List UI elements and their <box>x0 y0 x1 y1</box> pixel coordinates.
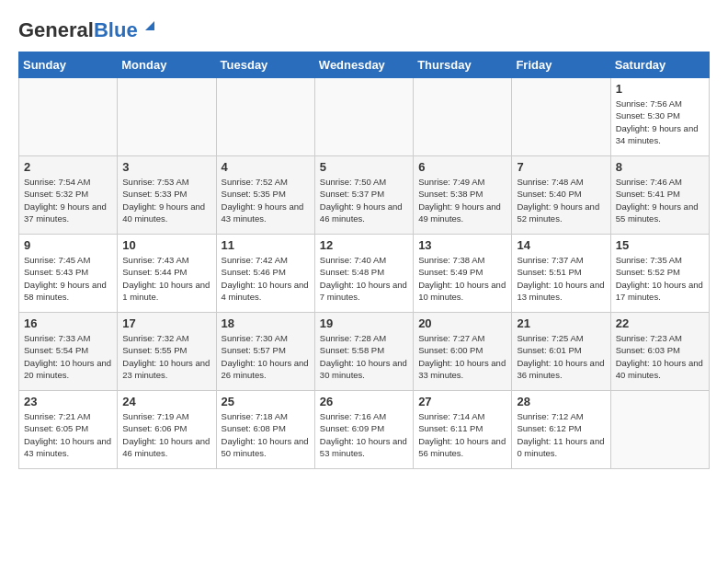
calendar-cell <box>314 78 413 156</box>
day-number: 11 <box>222 238 310 252</box>
calendar-cell: 18Sunrise: 7:30 AM Sunset: 5:57 PM Dayli… <box>216 313 314 391</box>
logo: GeneralBlue <box>18 18 158 42</box>
calendar-cell: 10Sunrise: 7:43 AM Sunset: 5:44 PM Dayli… <box>118 235 216 313</box>
logo-text: GeneralBlue <box>18 18 138 42</box>
calendar-cell <box>19 78 118 156</box>
day-info: Sunrise: 7:52 AM Sunset: 5:35 PM Dayligh… <box>222 176 310 224</box>
day-number: 28 <box>517 395 605 408</box>
calendar-cell: 21Sunrise: 7:25 AM Sunset: 6:01 PM Dayli… <box>512 313 610 391</box>
day-info: Sunrise: 7:32 AM Sunset: 5:55 PM Dayligh… <box>122 332 210 381</box>
calendar-cell: 3Sunrise: 7:53 AM Sunset: 5:33 PM Daylig… <box>118 156 216 235</box>
calendar-cell: 26Sunrise: 7:16 AM Sunset: 6:09 PM Dayli… <box>314 391 413 469</box>
calendar-table: SundayMondayTuesdayWednesdayThursdayFrid… <box>18 52 710 469</box>
calendar-cell: 15Sunrise: 7:35 AM Sunset: 5:52 PM Dayli… <box>610 235 709 313</box>
calendar-cell: 16Sunrise: 7:33 AM Sunset: 5:54 PM Dayli… <box>19 313 118 391</box>
calendar-cell: 25Sunrise: 7:18 AM Sunset: 6:08 PM Dayli… <box>216 391 314 469</box>
day-info: Sunrise: 7:16 AM Sunset: 6:09 PM Dayligh… <box>320 410 408 459</box>
day-info: Sunrise: 7:48 AM Sunset: 5:40 PM Dayligh… <box>517 176 605 224</box>
day-number: 8 <box>616 160 704 174</box>
day-info: Sunrise: 7:53 AM Sunset: 5:33 PM Dayligh… <box>122 176 210 224</box>
day-number: 6 <box>418 160 506 174</box>
day-info: Sunrise: 7:23 AM Sunset: 6:03 PM Dayligh… <box>616 332 704 381</box>
day-info: Sunrise: 7:50 AM Sunset: 5:37 PM Dayligh… <box>320 176 408 224</box>
calendar-cell: 11Sunrise: 7:42 AM Sunset: 5:46 PM Dayli… <box>216 235 314 313</box>
day-info: Sunrise: 7:38 AM Sunset: 5:49 PM Dayligh… <box>418 254 506 303</box>
calendar-cell: 2Sunrise: 7:54 AM Sunset: 5:32 PM Daylig… <box>19 156 118 235</box>
weekday-header-sunday: Sunday <box>19 52 118 78</box>
calendar-cell <box>414 78 512 156</box>
calendar-cell: 27Sunrise: 7:14 AM Sunset: 6:11 PM Dayli… <box>414 391 512 469</box>
day-number: 19 <box>320 316 408 330</box>
day-number: 13 <box>418 238 506 252</box>
calendar-cell: 13Sunrise: 7:38 AM Sunset: 5:49 PM Dayli… <box>414 235 512 313</box>
day-info: Sunrise: 7:45 AM Sunset: 5:43 PM Dayligh… <box>24 254 112 303</box>
calendar-cell <box>512 78 610 156</box>
day-number: 27 <box>418 395 506 408</box>
calendar-cell <box>610 391 709 469</box>
weekday-header-friday: Friday <box>512 52 610 78</box>
day-number: 15 <box>616 238 704 252</box>
day-number: 24 <box>122 395 210 408</box>
day-number: 1 <box>616 82 704 96</box>
day-number: 16 <box>24 316 112 330</box>
calendar-cell: 6Sunrise: 7:49 AM Sunset: 5:38 PM Daylig… <box>414 156 512 235</box>
calendar-cell: 9Sunrise: 7:45 AM Sunset: 5:43 PM Daylig… <box>19 235 118 313</box>
weekday-header-saturday: Saturday <box>610 52 709 78</box>
week-row-5: 23Sunrise: 7:21 AM Sunset: 6:05 PM Dayli… <box>19 391 710 469</box>
weekday-header-monday: Monday <box>118 52 216 78</box>
day-info: Sunrise: 7:43 AM Sunset: 5:44 PM Dayligh… <box>122 254 210 303</box>
calendar-cell: 23Sunrise: 7:21 AM Sunset: 6:05 PM Dayli… <box>19 391 118 469</box>
calendar-cell: 17Sunrise: 7:32 AM Sunset: 5:55 PM Dayli… <box>118 313 216 391</box>
day-info: Sunrise: 7:40 AM Sunset: 5:48 PM Dayligh… <box>320 254 408 303</box>
weekday-header-row: SundayMondayTuesdayWednesdayThursdayFrid… <box>19 52 710 78</box>
week-row-1: 1Sunrise: 7:56 AM Sunset: 5:30 PM Daylig… <box>19 78 710 156</box>
day-info: Sunrise: 7:25 AM Sunset: 6:01 PM Dayligh… <box>517 332 605 381</box>
day-number: 23 <box>24 395 112 408</box>
day-info: Sunrise: 7:19 AM Sunset: 6:06 PM Dayligh… <box>122 410 210 459</box>
week-row-3: 9Sunrise: 7:45 AM Sunset: 5:43 PM Daylig… <box>19 235 710 313</box>
day-number: 25 <box>222 395 310 408</box>
day-number: 14 <box>517 238 605 252</box>
weekday-header-wednesday: Wednesday <box>314 52 413 78</box>
day-info: Sunrise: 7:35 AM Sunset: 5:52 PM Dayligh… <box>616 254 704 303</box>
day-info: Sunrise: 7:28 AM Sunset: 5:58 PM Dayligh… <box>320 332 408 381</box>
day-info: Sunrise: 7:37 AM Sunset: 5:51 PM Dayligh… <box>517 254 605 303</box>
day-number: 22 <box>616 316 704 330</box>
logo-arrow-icon <box>142 17 158 34</box>
day-info: Sunrise: 7:42 AM Sunset: 5:46 PM Dayligh… <box>222 254 310 303</box>
day-info: Sunrise: 7:14 AM Sunset: 6:11 PM Dayligh… <box>418 410 506 459</box>
day-number: 20 <box>418 316 506 330</box>
day-info: Sunrise: 7:30 AM Sunset: 5:57 PM Dayligh… <box>222 332 310 381</box>
day-info: Sunrise: 7:18 AM Sunset: 6:08 PM Dayligh… <box>222 410 310 459</box>
calendar-cell <box>118 78 216 156</box>
calendar-cell: 7Sunrise: 7:48 AM Sunset: 5:40 PM Daylig… <box>512 156 610 235</box>
day-number: 12 <box>320 238 408 252</box>
calendar-cell: 5Sunrise: 7:50 AM Sunset: 5:37 PM Daylig… <box>314 156 413 235</box>
day-info: Sunrise: 7:12 AM Sunset: 6:12 PM Dayligh… <box>517 410 605 459</box>
calendar-cell: 4Sunrise: 7:52 AM Sunset: 5:35 PM Daylig… <box>216 156 314 235</box>
day-info: Sunrise: 7:33 AM Sunset: 5:54 PM Dayligh… <box>24 332 112 381</box>
calendar-cell <box>216 78 314 156</box>
day-number: 10 <box>122 238 210 252</box>
day-info: Sunrise: 7:46 AM Sunset: 5:41 PM Dayligh… <box>616 176 704 224</box>
calendar-cell: 22Sunrise: 7:23 AM Sunset: 6:03 PM Dayli… <box>610 313 709 391</box>
svg-marker-0 <box>145 21 154 30</box>
weekday-header-tuesday: Tuesday <box>216 52 314 78</box>
calendar-cell: 20Sunrise: 7:27 AM Sunset: 6:00 PM Dayli… <box>414 313 512 391</box>
weekday-header-thursday: Thursday <box>414 52 512 78</box>
calendar-cell: 8Sunrise: 7:46 AM Sunset: 5:41 PM Daylig… <box>610 156 709 235</box>
day-info: Sunrise: 7:54 AM Sunset: 5:32 PM Dayligh… <box>24 176 112 224</box>
calendar-cell: 19Sunrise: 7:28 AM Sunset: 5:58 PM Dayli… <box>314 313 413 391</box>
calendar-cell: 12Sunrise: 7:40 AM Sunset: 5:48 PM Dayli… <box>314 235 413 313</box>
day-number: 17 <box>122 316 210 330</box>
day-number: 18 <box>222 316 310 330</box>
calendar-cell: 1Sunrise: 7:56 AM Sunset: 5:30 PM Daylig… <box>610 78 709 156</box>
day-number: 5 <box>320 160 408 174</box>
day-info: Sunrise: 7:21 AM Sunset: 6:05 PM Dayligh… <box>24 410 112 459</box>
day-number: 21 <box>517 316 605 330</box>
day-info: Sunrise: 7:27 AM Sunset: 6:00 PM Dayligh… <box>418 332 506 381</box>
day-number: 7 <box>517 160 605 174</box>
day-number: 3 <box>122 160 210 174</box>
day-number: 4 <box>222 160 310 174</box>
week-row-2: 2Sunrise: 7:54 AM Sunset: 5:32 PM Daylig… <box>19 156 710 235</box>
